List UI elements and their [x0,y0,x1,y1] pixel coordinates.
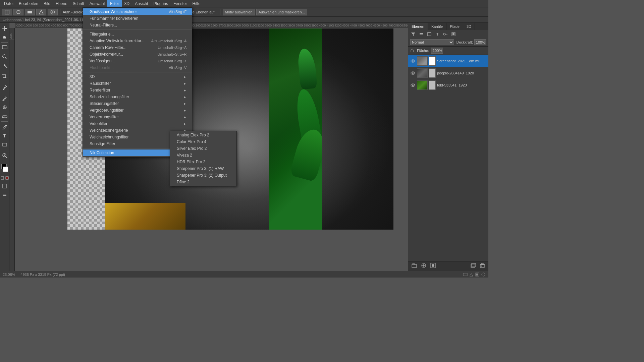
tool-options-4[interactable] [36,9,46,15]
add-group-button[interactable] [410,263,418,269]
layer-2-visibility[interactable] [410,82,416,88]
svg-point-62 [482,273,485,276]
crop-tool[interactable] [1,72,9,80]
nik-item-5[interactable]: Sharpener Pro 3: (1) RAW [170,165,236,172]
nik-item-7[interactable]: Dfine 2 [170,179,236,185]
nik-item-3[interactable]: Viveza 2 [170,152,236,159]
menu-auswahl[interactable]: Auswahl [87,0,107,7]
svg-rect-29 [6,177,8,179]
filter-item-adaptive[interactable]: Adaptive Weitwinkelkorrektur... Alt+Umsc… [83,38,192,44]
move-tool[interactable] [1,24,9,32]
menu-ansicht[interactable]: Ansicht [132,0,151,7]
tool-sep-6 [1,150,8,150]
marquee-tool[interactable] [1,44,9,52]
menu-hilfe[interactable]: Hilfe [190,0,203,7]
tab-pfade[interactable]: Pfade [446,23,463,30]
layer-adjust-icon[interactable] [442,31,448,37]
tool-options-1[interactable] [2,9,12,15]
filter-item-vergoeb[interactable]: Vergröberungsfilter ► [83,107,192,114]
layer-actions [408,261,488,271]
filter-rausch-arrow: ► [183,82,186,85]
filter-item-scharf[interactable]: Scharfzeichnungsfilter ► [83,94,192,100]
filter-item-render[interactable]: Renderfilter ► [83,87,192,94]
filter-item-filtergalerie[interactable]: Filtergalerie... [83,31,192,38]
new-layer-button[interactable] [469,263,477,269]
extra-tools-button[interactable] [1,191,9,199]
filter-item-smartfilter[interactable]: Für Smartfilter konvertieren [83,15,192,22]
filter-layers-icon[interactable] [410,31,416,37]
svg-line-25 [6,157,7,158]
menu-fenster[interactable]: Fenster [171,0,190,7]
add-adjustment-button[interactable] [420,263,428,269]
fill-input[interactable] [431,48,443,54]
nik-item-2[interactable]: Silver Efex Pro 2 [170,145,236,152]
status-icon-3 [475,272,480,277]
layers-list: Screenshot_2021...om.mu.gallery people-2… [408,55,488,261]
opacity-input[interactable] [474,39,486,45]
layer-mode-icon[interactable] [418,31,424,37]
auswaehlen-maskieren-button[interactable]: Auswählen und maskieren... [256,9,307,15]
nik-item-0[interactable]: Analog Efex Pro 2 [170,132,236,138]
standard-mode[interactable] [0,176,4,180]
eraser-tool[interactable] [1,112,9,120]
menu-bild[interactable]: Bild [41,0,53,7]
layer-item-2[interactable]: feld-533541_1920 [408,79,488,91]
brush-tool[interactable] [1,95,9,103]
add-mask-button[interactable] [429,263,437,269]
blend-mode-select[interactable]: Normal [410,39,454,45]
filter-item-objektiv[interactable]: Objektivkorrektur... Umschalt+Strg+R [83,51,192,58]
delete-layer-button[interactable] [478,263,486,269]
layer-item-1[interactable]: people-2604149_1920 [408,67,488,79]
text-tool[interactable]: T [1,132,9,140]
filter-item-gaussscher[interactable]: Gaußscher Weichzeichner Alt+Strg+F [83,8,192,15]
magic-wand-tool[interactable] [1,61,9,69]
motiv-auswaehlen-button[interactable]: Motiv auswählen [223,9,255,15]
menu-bearbeiten[interactable]: Bearbeiten [16,0,41,7]
filter-item-verzerrung[interactable]: Verzerrungsfilter ► [83,114,192,120]
menu-filter[interactable]: Filter [107,0,122,7]
menu-3d[interactable]: 3D [122,0,132,7]
quick-mask-mode[interactable] [5,176,9,180]
svg-point-45 [412,84,414,86]
tool-options-3[interactable] [25,9,35,15]
filter-item-3d[interactable]: 3D ► [83,73,192,80]
menu-ebene[interactable]: Ebene [53,0,70,7]
tab-kanaele[interactable]: Kanäle [428,23,446,30]
layer-pixel-icon[interactable] [426,31,432,37]
filter-item-verfluessigen[interactable]: Verflüssigen... Umschalt+Strg+X [83,58,192,64]
nik-item-6[interactable]: Sharpener Pro 3: (2) Output [170,172,236,179]
menu-plugins[interactable]: Plug-ins [151,0,171,7]
filter-item-stilis[interactable]: Stilisierungsfilter ► [83,100,192,107]
pen-tool[interactable] [1,123,9,131]
layer-1-visibility[interactable] [410,70,416,76]
menu-datei[interactable]: Datei [1,0,16,7]
tool-options-2[interactable] [13,9,23,15]
filter-item-camera[interactable]: Camera Raw-Filter... Umschalt+Strg+A [83,44,192,51]
layer-item-0[interactable]: Screenshot_2021...om.mu.gallery [408,55,488,67]
hand-tool[interactable] [1,33,9,41]
menu-schrift[interactable]: Schrift [70,0,87,7]
tab-ebenen[interactable]: Ebenen [408,23,428,30]
lasso-tool[interactable] [1,53,9,61]
background-swatch[interactable] [3,167,8,172]
color-swatches[interactable] [0,164,9,175]
shape-tool[interactable] [1,140,9,148]
filter-item-rausch[interactable]: Rauschfilter ► [83,80,192,87]
aufn-bereich-label: Aufn.-Bereich [63,10,85,14]
nik-item-4[interactable]: HDR Efex Pro 2 [170,159,236,165]
clone-stamp-tool[interactable] [1,103,9,111]
layer-0-visibility[interactable] [410,58,416,64]
eyedropper-tool[interactable] [1,83,9,92]
layer-smart-icon[interactable] [450,31,457,37]
svg-point-16 [3,89,4,90]
tab-3d[interactable]: 3D [463,23,475,30]
svg-rect-34 [428,33,431,36]
zoom-tool[interactable] [1,152,9,160]
layer-text-icon[interactable]: T [434,31,440,37]
svg-rect-33 [420,35,423,35]
filter-item-neural[interactable]: Neural-Filters... [83,22,192,28]
filter-item-video[interactable]: Videofilter ► [83,120,192,127]
screen-mode-button[interactable] [1,182,9,190]
tool-options-5[interactable] [48,9,58,15]
nik-item-1[interactable]: Color Efex Pro 4 [170,138,236,145]
